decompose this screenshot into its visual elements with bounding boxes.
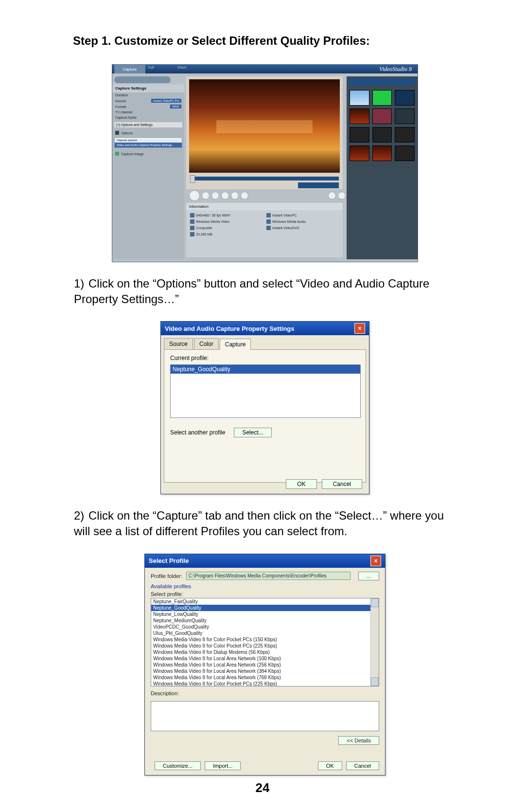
browse-button[interactable]: ... xyxy=(358,572,379,580)
vs-timecode xyxy=(298,182,339,188)
customize-button[interactable]: Customize... xyxy=(155,761,201,770)
tab-source[interactable]: Source xyxy=(164,338,193,349)
vs-menu-item[interactable]: Capture options xyxy=(115,138,182,143)
vs-thumbnail[interactable] xyxy=(395,145,415,161)
device-icon xyxy=(266,213,271,217)
profile-list-item[interactable]: Windows Media Video 8 for Local Area Net… xyxy=(151,662,379,668)
vs-info-cell: Instant VideoPC xyxy=(266,213,339,217)
vs-row-tvchannel: TV channel xyxy=(112,109,184,115)
vs-thumbnail[interactable] xyxy=(372,145,392,161)
description-box xyxy=(151,701,379,731)
prev-icon[interactable] xyxy=(202,192,210,199)
camera-icon xyxy=(115,152,119,156)
tab-capture[interactable]: Capture xyxy=(220,339,251,350)
vs-thumbnail[interactable] xyxy=(395,127,415,143)
vs-capture-image-button[interactable]: Capture Image xyxy=(112,149,184,159)
close-icon[interactable]: × xyxy=(370,556,381,566)
vs-thumbnail[interactable] xyxy=(372,90,392,106)
vs-brand-logo: VideoStudio 8 xyxy=(379,66,412,73)
vs-thumbnail[interactable] xyxy=(372,127,392,143)
instruction-para-1: 1)Click on the “Options” button and sele… xyxy=(73,276,457,307)
close-icon[interactable]: × xyxy=(354,323,365,334)
vs-row-source: SourceInstant VideoPC Pro xyxy=(112,98,184,104)
current-profile-label: Current profile: xyxy=(170,355,360,361)
vs-thumbnail[interactable] xyxy=(395,90,415,106)
profile-list-item[interactable]: Neptune_FairQuality xyxy=(151,598,379,605)
vs-options-menu: Capture options Video and Audio Capture … xyxy=(114,137,182,148)
repeat-icon[interactable] xyxy=(241,192,248,199)
vs-expander[interactable]: [+] Options and Settings xyxy=(114,122,182,127)
import-button[interactable]: Import... xyxy=(205,761,241,770)
input-icon xyxy=(190,226,194,230)
vs-tab[interactable]: Share xyxy=(177,66,204,72)
select-button[interactable]: Select... xyxy=(234,428,271,437)
profile-list-item[interactable]: VideoPCDC_GoodQuality xyxy=(151,624,379,630)
profile-list-item[interactable]: Ulus_Pkt_GoodQuality xyxy=(151,630,379,636)
film-icon xyxy=(190,213,194,217)
vs-transport-controls xyxy=(186,190,349,201)
video-icon xyxy=(190,219,194,224)
profiles-listbox[interactable]: Neptune_FairQualityNeptune_GoodQualityNe… xyxy=(151,598,379,686)
profile-list-item[interactable]: Windows Media Video 8 for Local Area Net… xyxy=(151,674,379,681)
vs-preview-frame xyxy=(189,79,340,173)
profile-list-item[interactable]: Windows Media Video 8 for Local Area Net… xyxy=(151,655,379,662)
vs-menu-item-selected[interactable]: Video and Audio Capture Property Setting… xyxy=(115,143,182,147)
screenshot-property-settings: Video and Audio Capture Property Setting… xyxy=(160,321,369,494)
profile-list-item[interactable]: Windows Media Video 8 for Color Pocket P… xyxy=(151,681,379,686)
vs-scrub-bar[interactable] xyxy=(190,177,339,180)
audio-icon xyxy=(266,219,271,224)
screenshot-select-profile: Select Profile × Profile folder: C:\Prog… xyxy=(144,554,385,776)
dialog-title: Select Profile xyxy=(149,557,189,564)
profile-folder-label: Profile folder: xyxy=(151,573,182,579)
vs-row-duration: Duration xyxy=(112,92,184,98)
cancel-button[interactable]: Cancel xyxy=(322,479,362,489)
profile-list-item[interactable]: Windows Media Video 8 for Dialup Modems … xyxy=(151,649,379,655)
vs-row-format: FormatWMV xyxy=(112,104,184,109)
cancel-button[interactable]: Cancel xyxy=(346,761,379,770)
profile-list-item[interactable]: Windows Media Video 8 for Local Area Net… xyxy=(151,668,379,674)
vs-info-cell: Windows Media Audio xyxy=(266,219,339,224)
vs-thumbnail[interactable] xyxy=(350,127,369,143)
profile-list-item[interactable]: Neptune_GoodQuality xyxy=(151,605,379,611)
list-number: 2) xyxy=(74,508,88,523)
vs-tab-capture[interactable]: Capture xyxy=(114,65,145,73)
disc-icon xyxy=(266,226,271,230)
profile-item-selected[interactable]: Neptune_GoodQuality xyxy=(171,365,360,374)
vs-options-button[interactable]: Options xyxy=(112,129,184,136)
vs-library-dropdown[interactable] xyxy=(349,78,416,85)
current-profile-listbox[interactable]: Neptune_GoodQuality xyxy=(170,364,361,418)
vs-thumbnail[interactable] xyxy=(350,90,369,106)
forward-icon[interactable] xyxy=(221,192,229,199)
tab-color[interactable]: Color xyxy=(194,338,219,349)
profile-list-item[interactable]: Neptune_LowQuality xyxy=(151,611,379,617)
vs-subbar xyxy=(114,76,171,83)
list-number: 1) xyxy=(74,276,88,291)
ok-button[interactable]: OK xyxy=(318,761,342,770)
rewind-icon[interactable] xyxy=(211,192,219,199)
dialog-title: Video and Audio Capture Property Setting… xyxy=(165,325,295,332)
dialog-tabs: Source Color Capture xyxy=(161,335,369,349)
screenshot-videostudio: Capture Edit Share VideoStudio 8 Capture… xyxy=(112,64,418,262)
play-icon[interactable] xyxy=(189,190,200,201)
profile-list-item[interactable]: Neptune_MediumQuality xyxy=(151,617,379,624)
vs-thumbnail[interactable] xyxy=(350,145,369,161)
vs-left-panel: Capture Settings Duration SourceInstant … xyxy=(112,84,184,259)
details-button[interactable]: << Details xyxy=(338,736,379,745)
vs-info-panel: Information 640x480 / 30 fps WMV Instant… xyxy=(186,203,343,257)
description-label: Description: xyxy=(151,690,379,696)
next-icon[interactable] xyxy=(231,192,239,199)
cut-icon[interactable] xyxy=(328,192,336,199)
profile-list-item[interactable]: Windows Media Video 8 for Color Pocket P… xyxy=(151,636,379,643)
vs-info-cell: Windows Media Video xyxy=(190,219,262,224)
vs-preview xyxy=(186,76,343,189)
scrollbar[interactable] xyxy=(370,598,379,686)
vs-thumbnail[interactable] xyxy=(350,108,369,124)
profile-folder-path[interactable]: C:\Program Files\Windows Media Component… xyxy=(186,572,350,580)
profile-list-item[interactable]: Windows Media Video 8 for Color Pocket P… xyxy=(151,643,379,649)
fullscreen-icon[interactable] xyxy=(338,192,346,199)
vs-tab[interactable]: Edit xyxy=(148,66,175,72)
vs-thumbnail[interactable] xyxy=(372,108,392,124)
vs-info-cell: 32,260 MB xyxy=(190,232,262,236)
ok-button[interactable]: OK xyxy=(286,479,316,489)
vs-thumbnail[interactable] xyxy=(395,108,415,124)
